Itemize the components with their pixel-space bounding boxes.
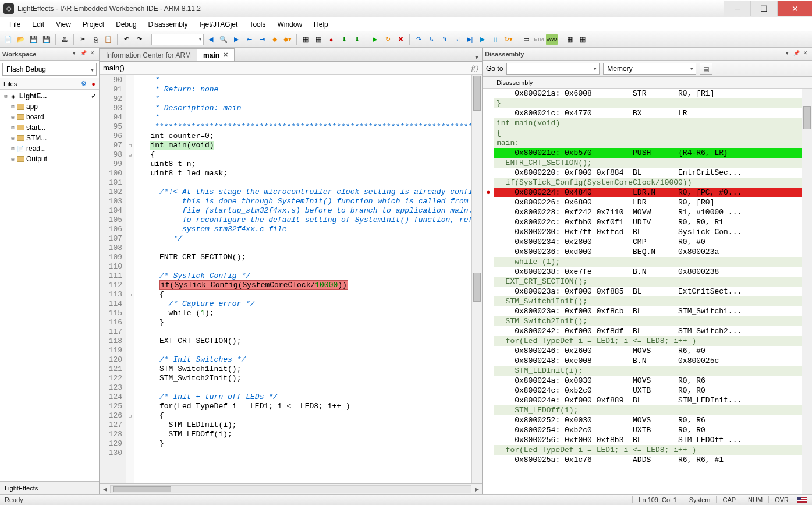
tree-node[interactable]: ⊞start... [0, 122, 99, 133]
break-icon[interactable]: ⏸ [490, 34, 501, 45]
goto-label: Go to [486, 65, 503, 73]
menubar: FileEditViewProjectDebugDisassemblyI-jet… [0, 17, 812, 31]
paste-icon[interactable]: 📋 [102, 34, 114, 45]
disasm-view[interactable]: ● 0x800021a: 0x6008 STR R0, [R1]} 0x8000… [483, 89, 812, 494]
menu-project[interactable]: Project [77, 19, 110, 30]
find-icon[interactable]: 🔍 [218, 34, 229, 45]
menu-edit[interactable]: Edit [26, 19, 50, 30]
status-cap: CAP [716, 496, 742, 503]
save-all-icon[interactable]: 💾 [41, 34, 52, 45]
close-button[interactable]: ✕ [777, 1, 812, 16]
minimize-button[interactable]: ─ [724, 1, 750, 16]
status-ovr: OVR [768, 496, 795, 503]
bookmark-toggle-icon[interactable]: ◆ [269, 34, 281, 45]
menu-file[interactable]: File [3, 19, 26, 30]
step-into-icon[interactable]: ↳ [425, 34, 437, 45]
disasm-pin-icon[interactable]: 📌 [792, 50, 800, 58]
panel-pin-icon[interactable]: 📌 [79, 50, 87, 58]
toolbar: 📄 📂 💾 💾 🖶 ✂ ⎘ 📋 ↶ ↷ ◀ 🔍 ▶ ⇤ ⇥ ◆ ◆▾ ▦ ▦ ●… [0, 31, 812, 48]
status-num: NUM [742, 496, 768, 503]
stop-icon[interactable]: ✖ [395, 34, 406, 45]
step-out-icon[interactable]: ↰ [438, 34, 450, 45]
bookmark-dropdown-icon[interactable]: ◆▾ [282, 34, 293, 45]
panel-close-icon[interactable]: ✕ [88, 50, 97, 58]
files-col-header: Files [3, 80, 81, 87]
swo-icon[interactable]: SWO [546, 34, 558, 45]
etm-icon[interactable]: ETM [533, 34, 545, 45]
nav-fwd-icon[interactable]: ▶ [231, 34, 242, 45]
find-combo[interactable] [151, 34, 204, 45]
menu-view[interactable]: View [50, 19, 77, 30]
project-tree[interactable]: ⊟◈LightE...✓⊞app⊞board⊞start...⊞STM...⊞📄… [0, 90, 99, 481]
bookmark-next-icon[interactable]: ⇥ [256, 34, 268, 45]
flag-icon[interactable] [797, 497, 807, 503]
goto-combo[interactable] [506, 63, 600, 75]
download-icon[interactable]: ⬇ [338, 34, 350, 45]
status-ready: Ready [5, 496, 23, 503]
disasm-tool-icon[interactable]: ▤ [700, 63, 712, 75]
nav-back-icon[interactable]: ◀ [205, 34, 217, 45]
tree-node[interactable]: ⊞📄read... [0, 143, 99, 154]
fx-icon[interactable]: f() [471, 63, 478, 73]
reset-icon[interactable]: ↻▾ [502, 34, 514, 45]
menu-disassembly[interactable]: Disassembly [143, 19, 194, 30]
toggle-bp-icon[interactable]: ● [325, 34, 337, 45]
tab-main[interactable]: main✕ [197, 48, 235, 61]
tree-node[interactable]: ⊞board [0, 112, 99, 122]
marker-icon: ● [91, 80, 95, 87]
disasm-col-header: Disassembly [497, 79, 533, 86]
go-icon[interactable]: ▶ [369, 34, 381, 45]
tab-overflow-icon[interactable]: ▾ [471, 53, 482, 61]
tab-close-icon[interactable]: ✕ [223, 51, 228, 59]
compile-icon[interactable]: ▦ [300, 34, 311, 45]
next-stmt-icon[interactable]: →| [451, 34, 463, 45]
tree-node[interactable]: ⊞STM... [0, 133, 99, 143]
code-editor[interactable]: 9091929394959697989910010110210310410510… [100, 75, 482, 483]
copy-icon[interactable]: ⎘ [90, 34, 101, 45]
status-position: Ln 109, Col 1 [632, 496, 682, 503]
tree-node[interactable]: ⊞app [0, 101, 99, 112]
panel-menu-icon[interactable]: ▾ [70, 50, 78, 58]
statusbar: Ready Ln 109, Col 1 System CAP NUM OVR [0, 494, 812, 505]
disassembly-panel: Disassembly ▾ 📌 ✕ Go to Memory ▤ Disasse… [483, 48, 812, 494]
new-icon[interactable]: 📄 [2, 34, 14, 45]
save-icon[interactable]: 💾 [28, 34, 40, 45]
app-icon: ◷ [3, 3, 14, 14]
cut-icon[interactable]: ✂ [77, 34, 88, 45]
menu-debug[interactable]: Debug [110, 19, 142, 30]
config-combo[interactable]: Flash Debug [2, 63, 97, 76]
maximize-button[interactable]: ☐ [750, 1, 777, 16]
editor-hscroll[interactable]: ◀▶ [100, 483, 482, 494]
window-title: LightEffects - IAR Embedded Workbench ID… [17, 5, 724, 13]
step-over-icon[interactable]: ↷ [413, 34, 424, 45]
menu-tools[interactable]: Tools [243, 19, 271, 30]
settings-icon[interactable]: ⚙ [81, 80, 87, 87]
workspace-panel: Workspace ▾ 📌 ✕ Flash Debug Files ⚙ ● ⊟◈… [0, 48, 100, 494]
tree-project-root[interactable]: ⊟◈LightE...✓ [0, 91, 99, 101]
restart-icon[interactable]: ↻ [382, 34, 393, 45]
disasm-close-icon[interactable]: ✕ [802, 50, 810, 58]
tool2-icon[interactable]: ▦ [577, 34, 588, 45]
tree-node[interactable]: ⊞Output [0, 154, 99, 164]
menu-help[interactable]: Help [308, 19, 334, 30]
disasm-menu-icon[interactable]: ▾ [783, 50, 791, 58]
download-debug-icon[interactable]: ⬇ [351, 34, 363, 45]
tool1-icon[interactable]: ▦ [564, 34, 576, 45]
workspace-tab[interactable]: LightEffects [0, 481, 99, 494]
run-to-icon[interactable]: ▶| [464, 34, 476, 45]
menu-ijetjtagjet[interactable]: I-jet/JTAGjet [194, 19, 244, 30]
menu-window[interactable]: Window [271, 19, 308, 30]
titlebar: ◷ LightEffects - IAR Embedded Workbench … [0, 0, 812, 17]
go-run-icon[interactable]: ▶ [477, 34, 488, 45]
redo-icon[interactable]: ↷ [133, 34, 145, 45]
editor-vscroll[interactable] [471, 75, 482, 483]
open-icon[interactable]: 📂 [15, 34, 27, 45]
bookmark-prev-icon[interactable]: ⇤ [243, 34, 255, 45]
memory-combo[interactable]: Memory [603, 63, 696, 75]
make-icon[interactable]: ▦ [313, 34, 324, 45]
undo-icon[interactable]: ↶ [120, 34, 132, 45]
disasm-vscroll[interactable] [802, 89, 812, 494]
print-icon[interactable]: 🖶 [59, 34, 70, 45]
tab-info-center[interactable]: Information Center for ARM [100, 48, 197, 61]
trace-icon[interactable]: ▭ [520, 34, 532, 45]
